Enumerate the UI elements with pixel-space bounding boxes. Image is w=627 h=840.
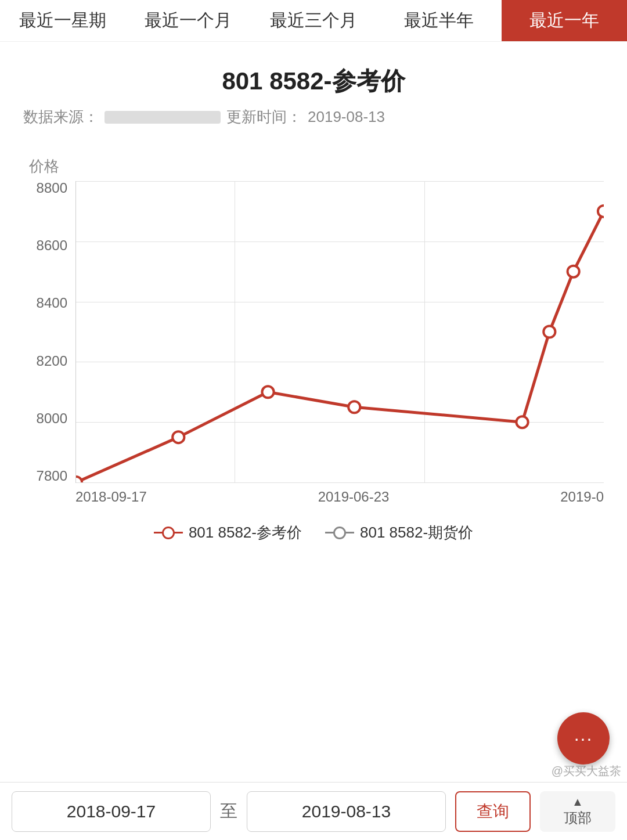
- y-tick-8200: 8200: [37, 354, 67, 368]
- watermark: @买买大益茶: [552, 763, 621, 779]
- svg-point-7: [598, 206, 604, 217]
- svg-point-1: [172, 431, 184, 443]
- filter-half-year[interactable]: 最近半年: [376, 0, 502, 41]
- grid-line-7800: [76, 482, 604, 483]
- x-axis: 2018-09-17 2019-06-23 2019-0: [23, 489, 604, 505]
- main-content: 801 8582-参考价 数据来源： 更新时间： 2019-08-13 价格 8…: [0, 42, 627, 560]
- y-axis-label: 价格: [29, 156, 604, 176]
- chart-container: 价格 880086008400820080007800: [23, 156, 604, 505]
- svg-point-5: [543, 326, 555, 338]
- query-button[interactable]: 查询: [455, 791, 531, 832]
- svg-point-3: [348, 401, 360, 413]
- y-tick-7800: 7800: [37, 469, 67, 483]
- x-tick-2: 2019-06-23: [318, 489, 390, 505]
- legend-line-gray: [325, 532, 354, 533]
- legend: 801 8582-参考价 801 8582-期货价: [23, 522, 604, 543]
- chat-icon: ···: [574, 728, 593, 749]
- filter-three-months[interactable]: 最近三个月: [251, 0, 376, 41]
- top-button[interactable]: ▲ 顶部: [540, 791, 615, 832]
- chevron-up-icon: ▲: [572, 795, 583, 809]
- legend-futures-price: 801 8582-期货价: [325, 522, 473, 543]
- chart-svg: [76, 181, 604, 482]
- filter-week[interactable]: 最近一星期: [0, 0, 125, 41]
- x-tick-3: 2019-0: [560, 489, 604, 505]
- y-tick-8400: 8400: [37, 296, 67, 310]
- update-time-value: 2019-08-13: [308, 108, 385, 126]
- y-tick-8000: 8000: [37, 412, 67, 426]
- x-tick-1: 2018-09-17: [75, 489, 147, 505]
- data-source-label: 数据来源：: [23, 107, 99, 127]
- legend-futures-price-label: 801 8582-期货价: [360, 522, 473, 543]
- legend-ref-price: 801 8582-参考价: [154, 522, 302, 543]
- time-filter-bar: 最近一星期 最近一个月 最近三个月 最近半年 最近一年: [0, 0, 627, 42]
- date-separator: 至: [220, 799, 237, 823]
- legend-ref-price-label: 801 8582-参考价: [189, 522, 302, 543]
- data-source-row: 数据来源： 更新时间： 2019-08-13: [23, 107, 604, 127]
- start-date-input[interactable]: 2018-09-17: [12, 791, 211, 832]
- chart-plot: [75, 181, 604, 483]
- update-time-label: 更新时间：: [226, 107, 302, 127]
- svg-point-4: [516, 416, 528, 428]
- svg-point-2: [262, 386, 273, 398]
- filter-one-year[interactable]: 最近一年: [502, 0, 627, 41]
- y-tick-8800: 8800: [37, 181, 67, 195]
- legend-line-red: [154, 532, 183, 533]
- y-tick-8600: 8600: [37, 239, 67, 253]
- chart-title: 801 8582-参考价: [23, 65, 604, 98]
- svg-point-0: [76, 477, 82, 482]
- filter-month[interactable]: 最近一个月: [125, 0, 251, 41]
- y-axis: 880086008400820080007800: [23, 181, 75, 483]
- svg-point-6: [568, 266, 579, 277]
- chart-wrap: 880086008400820080007800: [23, 181, 604, 483]
- chat-fab[interactable]: ···: [557, 712, 610, 765]
- data-source-value: [105, 111, 221, 124]
- bottom-bar: 2018-09-17 至 2019-08-13 查询 ▲ 顶部: [0, 782, 627, 840]
- end-date-input[interactable]: 2019-08-13: [247, 791, 446, 832]
